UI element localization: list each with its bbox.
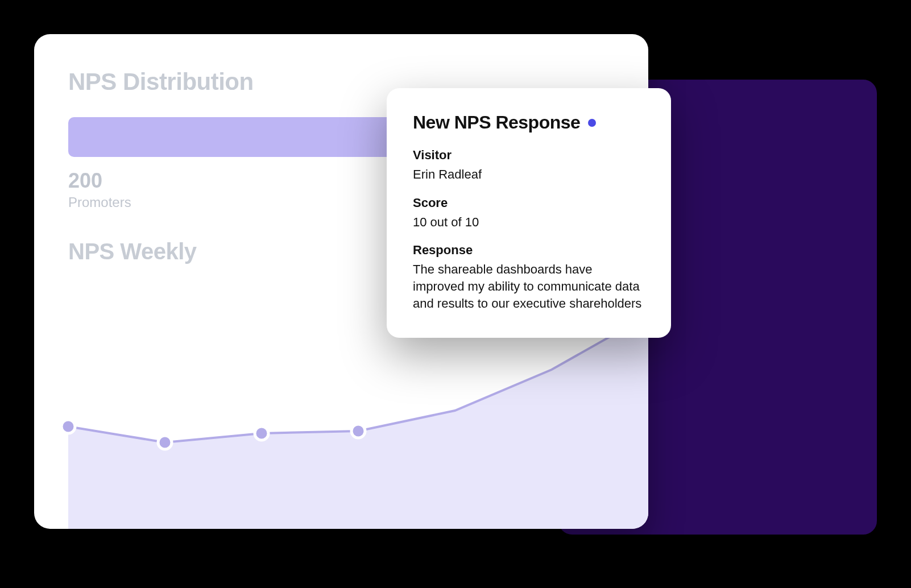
distribution-stat-promoters: 200 Promoters bbox=[68, 171, 432, 210]
popup-visitor-value: Erin Radleaf bbox=[413, 166, 645, 183]
popup-score-label: Score bbox=[413, 196, 645, 210]
popup-response-value: The shareable dashboards have improved m… bbox=[413, 261, 645, 312]
popup-field-response: Response The shareable dashboards have i… bbox=[413, 243, 645, 312]
popup-title: New NPS Response bbox=[413, 112, 580, 133]
popup-field-score: Score 10 out of 10 bbox=[413, 196, 645, 231]
popup-score-value: 10 out of 10 bbox=[413, 214, 645, 231]
promoters-label: Promoters bbox=[68, 194, 432, 210]
svg-point-2 bbox=[255, 426, 268, 440]
nps-response-popup: New NPS Response Visitor Erin Radleaf Sc… bbox=[387, 88, 671, 338]
promoters-count: 200 bbox=[68, 171, 432, 191]
svg-point-0 bbox=[61, 420, 75, 433]
svg-point-3 bbox=[351, 424, 365, 438]
svg-point-1 bbox=[158, 436, 172, 449]
distribution-segment-promoters bbox=[68, 117, 432, 157]
popup-title-row: New NPS Response bbox=[413, 112, 645, 133]
unread-indicator-icon bbox=[588, 119, 596, 127]
popup-visitor-label: Visitor bbox=[413, 148, 645, 163]
popup-response-label: Response bbox=[413, 243, 645, 258]
popup-field-visitor: Visitor Erin Radleaf bbox=[413, 148, 645, 183]
